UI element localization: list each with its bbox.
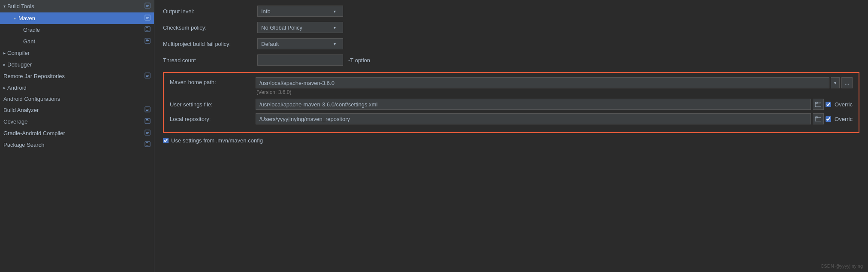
- coverage-label: Coverage: [3, 118, 27, 125]
- maven-chevron: [14, 16, 16, 21]
- local-repo-input[interactable]: [256, 113, 811, 124]
- svg-rect-27: [146, 122, 148, 122]
- gradle-android-compiler-icon: [145, 130, 151, 137]
- svg-rect-17: [146, 74, 148, 74]
- maven-version: (Version: 3.6.0): [256, 89, 853, 95]
- maven-home-value: /usr/local/apache-maven-3.6.0: [259, 80, 335, 86]
- watermark-text: CSDN @yyyyjinying: [820, 263, 863, 269]
- android-chevron: [3, 85, 6, 90]
- checksum-policy-label: Checksum policy:: [163, 24, 257, 31]
- checksum-policy-dropdown[interactable]: No Global Policy ▾: [257, 22, 343, 33]
- t-option-label: -T option: [348, 57, 370, 63]
- svg-rect-7: [146, 18, 148, 19]
- gradle-android-compiler-label: Gradle-Android Compiler: [3, 130, 65, 136]
- remote-jar-label: Remote Jar Repositories: [3, 73, 65, 79]
- sidebar-item-remote-jar[interactable]: Remote Jar Repositories: [0, 70, 154, 82]
- maven-file-icon: [145, 15, 151, 22]
- svg-rect-5: [146, 16, 148, 16]
- svg-rect-9: [146, 27, 148, 28]
- output-level-arrow: ▾: [334, 9, 336, 14]
- checksum-policy-control: No Global Policy ▾: [257, 22, 859, 33]
- svg-rect-1: [146, 4, 148, 4]
- user-settings-input[interactable]: [256, 99, 811, 110]
- sidebar-item-debugger[interactable]: Debugger: [0, 59, 154, 70]
- sidebar-item-compiler[interactable]: Compiler: [0, 47, 154, 59]
- svg-rect-23: [146, 110, 148, 111]
- user-settings-override-label: Overric: [835, 101, 853, 108]
- sidebar-item-package-search[interactable]: Package Search: [0, 139, 154, 151]
- user-settings-override-checkbox[interactable]: [826, 102, 831, 107]
- svg-rect-10: [146, 29, 149, 29]
- user-settings-control: Overric: [256, 99, 853, 110]
- use-settings-row: Use settings from .mvn/maven.config: [163, 137, 859, 144]
- local-repo-label: Local repository:: [170, 116, 256, 122]
- svg-rect-21: [146, 108, 148, 108]
- local-repo-browse-btn[interactable]: [813, 113, 824, 124]
- package-search-icon: [145, 141, 151, 148]
- user-settings-browse-btn[interactable]: [813, 99, 824, 110]
- user-settings-label: User settings file:: [170, 101, 256, 108]
- maven-home-label: Maven home path:: [170, 77, 256, 85]
- svg-rect-35: [146, 145, 148, 145]
- package-search-label: Package Search: [3, 142, 44, 148]
- maven-config-highlight-box: Maven home path: /usr/local/apache-maven…: [163, 72, 859, 133]
- sidebar-item-maven[interactable]: Maven: [0, 12, 154, 24]
- thread-count-control: -T option: [257, 54, 859, 66]
- maven-label: Maven: [18, 15, 35, 21]
- sidebar-item-gradle-android-compiler[interactable]: Gradle-Android Compiler: [0, 127, 154, 139]
- android-config-label: Android Configurations: [3, 96, 60, 102]
- thread-count-label: Thread count: [163, 57, 257, 63]
- multiproject-dropdown[interactable]: Default ▾: [257, 38, 343, 49]
- svg-rect-2: [146, 5, 149, 6]
- local-repo-override-label: Overric: [835, 116, 853, 122]
- svg-rect-22: [146, 109, 149, 109]
- compiler-label: Compiler: [7, 50, 30, 56]
- svg-rect-15: [146, 42, 148, 42]
- build-analyzer-label: Build Analyzer: [3, 107, 39, 113]
- svg-rect-30: [146, 132, 149, 133]
- sidebar-item-coverage[interactable]: Coverage: [0, 116, 154, 127]
- checksum-policy-arrow: ▾: [334, 25, 336, 30]
- debugger-label: Debugger: [7, 61, 32, 68]
- sidebar-item-build-tools[interactable]: Build Tools: [0, 0, 154, 12]
- local-repo-override-checkbox[interactable]: [826, 116, 831, 122]
- maven-home-browse-btn[interactable]: ...: [841, 77, 853, 88]
- sidebar-item-android[interactable]: Android: [0, 82, 154, 94]
- compiler-chevron: [3, 51, 6, 55]
- maven-home-row: Maven home path: /usr/local/apache-maven…: [170, 77, 853, 95]
- gant-label: Gant: [23, 38, 35, 45]
- sidebar-item-build-analyzer[interactable]: Build Analyzer: [0, 104, 154, 116]
- svg-rect-11: [146, 30, 148, 30]
- multiproject-label: Multiproject build fail policy:: [163, 41, 257, 47]
- remote-jar-icon: [145, 73, 151, 80]
- svg-rect-6: [146, 17, 149, 18]
- maven-home-input[interactable]: /usr/local/apache-maven-3.6.0: [256, 77, 829, 88]
- output-level-label: Output level:: [163, 8, 257, 15]
- local-repo-row: Local repository: Overric: [170, 113, 853, 124]
- sidebar-item-android-config[interactable]: Android Configurations: [0, 94, 154, 104]
- maven-home-dropdown-btn[interactable]: ▾: [831, 77, 840, 88]
- maven-home-content: /usr/local/apache-maven-3.6.0 ▾ ... (Ver…: [256, 77, 853, 95]
- debugger-chevron: [3, 62, 6, 67]
- svg-rect-25: [146, 119, 148, 120]
- sidebar-item-gradle[interactable]: Gradle: [0, 24, 154, 36]
- build-analyzer-icon: [145, 106, 151, 114]
- output-level-value: Info: [261, 8, 271, 15]
- gradle-label: Gradle: [23, 27, 40, 33]
- build-tools-icon: [145, 3, 151, 10]
- svg-rect-19: [146, 76, 148, 77]
- thread-count-input[interactable]: [257, 54, 343, 66]
- svg-rect-26: [146, 121, 149, 121]
- checksum-policy-row: Checksum policy: No Global Policy ▾: [163, 21, 859, 33]
- svg-rect-14: [146, 40, 149, 41]
- local-repo-control: Overric: [256, 113, 853, 124]
- gant-file-icon: [145, 38, 151, 45]
- build-tools-chevron: [3, 4, 6, 9]
- build-tools-label: Build Tools: [7, 3, 34, 9]
- user-settings-row: User settings file: Overric: [170, 99, 853, 110]
- multiproject-row: Multiproject build fail policy: Default …: [163, 38, 859, 50]
- svg-rect-33: [146, 142, 148, 143]
- use-settings-checkbox[interactable]: [163, 138, 169, 143]
- sidebar-item-gant[interactable]: Gant: [0, 36, 154, 47]
- output-level-dropdown[interactable]: Info ▾: [257, 6, 343, 17]
